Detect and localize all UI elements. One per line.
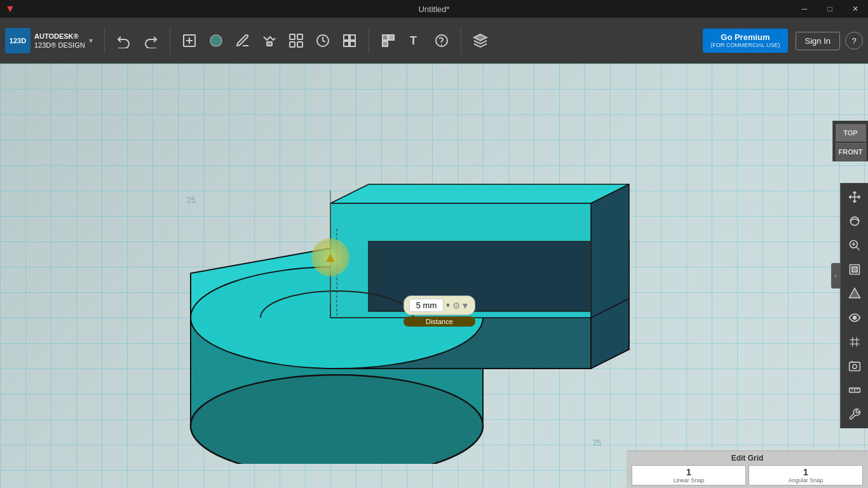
distance-label: Distance <box>403 316 475 327</box>
svg-rect-7 <box>290 34 295 39</box>
angular-snap-cell: 1 Angular Snap <box>749 465 863 485</box>
orbit-button[interactable] <box>843 210 866 233</box>
fit-view-button[interactable] <box>843 258 866 281</box>
shapes-button[interactable] <box>203 27 229 55</box>
view-mode-button[interactable] <box>843 306 866 329</box>
text-button[interactable]: T <box>402 27 428 55</box>
svg-point-5 <box>210 35 222 46</box>
import-button[interactable] <box>376 27 401 55</box>
sign-in-button[interactable]: Sign In <box>796 32 840 50</box>
statusbar: Edit Grid 1 Linear Snap 1 Angular Snap <box>627 451 868 488</box>
snap-button[interactable] <box>337 27 362 55</box>
help-button[interactable]: ? <box>845 32 863 50</box>
linear-snap-value: 1 <box>635 467 743 477</box>
nav-cube-top[interactable]: TOP <box>836 124 866 142</box>
layers-button[interactable] <box>468 27 493 55</box>
distance-input[interactable] <box>409 299 444 312</box>
move-handle[interactable]: ▲ <box>311 238 349 276</box>
go-premium-button[interactable]: Go Premium (FOR COMMERCIAL USE) <box>703 29 787 53</box>
slide-panel-tab[interactable]: › <box>831 263 840 288</box>
view-group: T <box>376 27 454 55</box>
snap-row: 1 Linear Snap 1 Angular Snap <box>632 465 863 485</box>
maximize-button[interactable]: □ <box>817 0 843 18</box>
app-menu-dropdown[interactable]: ▾ <box>89 36 93 45</box>
angular-snap-label: Angular Snap <box>752 477 860 484</box>
svg-text:T: T <box>410 34 417 47</box>
separator-2 <box>170 28 170 53</box>
window-title: Untitled* <box>418 4 449 14</box>
undo-redo-group <box>111 27 163 55</box>
main-area: 25 25 <box>0 64 868 488</box>
svg-rect-13 <box>350 35 355 40</box>
separator-3 <box>369 28 369 53</box>
distance-input-row: ▼ ⚙▼ <box>403 295 475 315</box>
svg-rect-14 <box>344 41 349 46</box>
grid-display-button[interactable] <box>843 330 866 353</box>
svg-point-56 <box>852 365 857 369</box>
pattern-button[interactable] <box>283 27 309 55</box>
nav-cube: TOP FRONT <box>832 121 868 161</box>
svg-rect-10 <box>297 42 302 47</box>
svg-rect-55 <box>849 362 860 370</box>
linear-snap-cell: 1 Linear Snap <box>632 465 746 485</box>
new-shape-button[interactable] <box>177 27 202 55</box>
svg-rect-9 <box>290 42 295 47</box>
toolbar: 123D AUTODESK® 123D® DESIGN ▾ <box>0 18 868 64</box>
3d-shape <box>146 172 642 464</box>
svg-rect-12 <box>344 35 349 40</box>
svg-point-50 <box>853 316 856 320</box>
svg-text:123D: 123D <box>10 37 26 44</box>
svg-line-44 <box>856 247 859 250</box>
svg-rect-17 <box>389 35 394 40</box>
distance-popup: ▼ ⚙▼ Distance <box>403 295 475 327</box>
perspective-button[interactable] <box>843 282 866 305</box>
svg-marker-36 <box>369 241 591 311</box>
zoom-button[interactable] <box>843 234 866 257</box>
svg-marker-34 <box>591 184 629 318</box>
svg-point-42 <box>850 217 858 225</box>
svg-rect-48 <box>851 267 857 272</box>
symbol-button[interactable] <box>429 27 454 55</box>
edit-grid-title: Edit Grid <box>632 454 863 463</box>
pan-button[interactable] <box>843 186 866 208</box>
measure-button[interactable] <box>310 27 336 55</box>
ruler-button[interactable] <box>843 379 866 402</box>
angular-snap-value: 1 <box>752 467 860 477</box>
titlebar: ▼ Untitled* ─ □ ✕ <box>0 0 868 18</box>
svg-rect-18 <box>383 41 388 46</box>
svg-marker-33 <box>330 184 629 203</box>
svg-rect-15 <box>350 41 355 46</box>
svg-point-20 <box>441 44 442 46</box>
close-button[interactable]: ✕ <box>843 0 868 18</box>
svg-marker-21 <box>474 34 487 41</box>
separator-1 <box>104 28 105 53</box>
tools-button[interactable] <box>843 403 866 426</box>
svg-marker-49 <box>849 288 860 298</box>
primitives-group <box>177 27 362 55</box>
sketch-button[interactable] <box>230 27 255 55</box>
viewport[interactable]: 25 25 <box>0 64 868 488</box>
modify-button[interactable] <box>257 27 282 55</box>
svg-rect-16 <box>383 35 388 40</box>
right-panel <box>840 183 868 428</box>
svg-rect-8 <box>297 34 302 39</box>
logo-area: 123D AUTODESK® 123D® DESIGN ▾ <box>5 28 93 53</box>
separator-4 <box>461 28 461 53</box>
minimize-button[interactable]: ─ <box>792 0 817 18</box>
app-icon: ▼ <box>5 3 15 15</box>
up-arrow-icon: ▲ <box>323 249 337 266</box>
svg-rect-6 <box>267 42 272 46</box>
distance-settings-icon[interactable]: ⚙▼ <box>452 301 470 311</box>
undo-button[interactable] <box>111 27 137 55</box>
distance-dropdown-arrow[interactable]: ▼ <box>445 302 451 309</box>
screenshot-button[interactable] <box>843 355 866 377</box>
window-controls: ─ □ ✕ <box>792 0 868 18</box>
linear-snap-label: Linear Snap <box>635 477 743 484</box>
nav-cube-front[interactable]: FRONT <box>836 143 866 161</box>
redo-button[interactable] <box>138 27 163 55</box>
app-logo: 123D <box>5 28 31 53</box>
app-name: AUTODESK® 123D® DESIGN <box>34 32 85 50</box>
